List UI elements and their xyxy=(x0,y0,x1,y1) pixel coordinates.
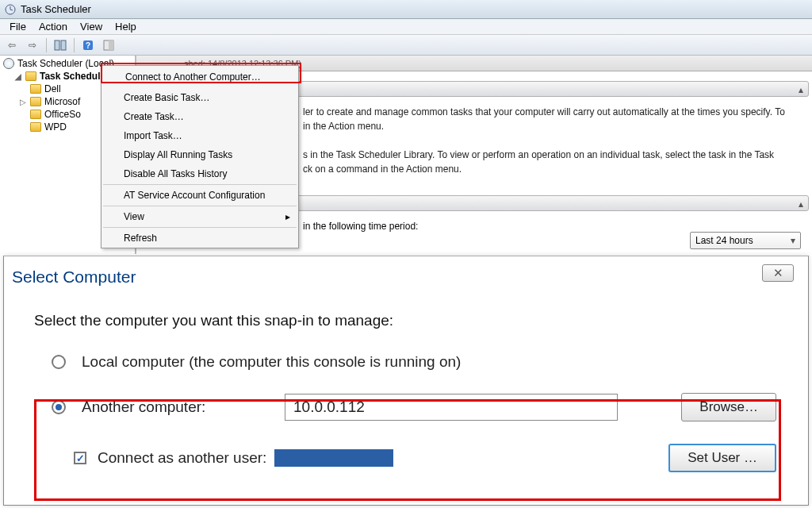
action-menu: Connect to Another Computer… Create Basi… xyxy=(101,65,299,248)
help-button[interactable]: ? xyxy=(79,37,97,53)
radio-another[interactable] xyxy=(52,400,66,414)
tree-item-label: Microsof xyxy=(44,96,80,107)
overview-text: ler to create and manage common tasks th… xyxy=(295,102,812,179)
window-titlebar: Task Scheduler xyxy=(0,0,812,19)
dialog-heading: Select the computer you want this snap-i… xyxy=(34,312,778,329)
folder-icon xyxy=(30,110,41,119)
dialog-title: Select Computer xyxy=(12,267,136,287)
svg-text:?: ? xyxy=(86,41,90,50)
forward-button[interactable]: ⇨ xyxy=(24,37,41,53)
folder-icon xyxy=(30,122,41,132)
menu-view[interactable]: View▸ xyxy=(102,207,298,226)
menu-action[interactable]: Action xyxy=(33,20,74,33)
tree-item-label: WPD xyxy=(44,121,67,133)
back-button[interactable]: ⇦ xyxy=(3,37,21,53)
checkbox-connect-as[interactable] xyxy=(74,452,86,464)
pane-button[interactable] xyxy=(100,37,117,53)
expander-icon[interactable]: ◢ xyxy=(14,72,22,81)
folder-icon xyxy=(30,84,41,94)
tree-root-label: Task Scheduler (Local) xyxy=(17,58,114,69)
separator xyxy=(103,227,297,228)
computer-name-value: 10.0.0.112 xyxy=(293,398,365,416)
menu-create-basic-task[interactable]: Create Basic Task… xyxy=(102,88,298,107)
menu-view[interactable]: View xyxy=(74,20,109,33)
menu-disable-history[interactable]: Disable All Tasks History xyxy=(102,164,298,183)
tree-library-label: Task Schedul xyxy=(40,71,100,82)
svg-rect-1 xyxy=(55,40,59,50)
separator xyxy=(46,38,47,52)
separator xyxy=(103,184,297,185)
menu-file[interactable]: File xyxy=(3,20,33,33)
overview-panel-header[interactable]: ▴ xyxy=(295,81,809,97)
svg-rect-2 xyxy=(61,40,66,50)
menu-import-task[interactable]: Import Task… xyxy=(102,126,298,145)
expander-icon[interactable]: ▷ xyxy=(19,98,27,106)
app-icon xyxy=(5,4,16,15)
menubar: File Action View Help xyxy=(0,19,812,35)
option-local-computer[interactable]: Local computer (the computer this consol… xyxy=(50,352,778,372)
username-redacted xyxy=(274,449,393,467)
period-value: Last 24 hours xyxy=(695,235,753,246)
local-label: Local computer (the computer this consol… xyxy=(82,353,461,371)
close-icon: ✕ xyxy=(773,266,783,280)
menu-refresh[interactable]: Refresh xyxy=(102,229,298,248)
svg-rect-6 xyxy=(109,40,113,50)
collapse-icon: ▴ xyxy=(799,84,803,95)
another-label: Another computer: xyxy=(82,398,272,416)
folder-icon xyxy=(30,97,41,106)
collapse-icon: ▴ xyxy=(799,198,803,210)
separator xyxy=(74,38,75,52)
dialog-body: Select the computer you want this snap-i… xyxy=(34,312,778,493)
toolbar: ⇦ ⇨ ? xyxy=(0,35,812,56)
status-panel-header[interactable]: ▴ xyxy=(295,195,809,211)
folder-icon xyxy=(25,71,36,81)
set-user-button[interactable]: Set User … xyxy=(668,444,776,472)
window-title: Task Scheduler xyxy=(21,3,91,15)
computer-name-input[interactable]: 10.0.0.112 xyxy=(285,394,618,421)
menu-connect-computer[interactable]: Connect to Another Computer… xyxy=(102,66,298,88)
menu-display-running[interactable]: Display All Running Tasks xyxy=(102,145,298,164)
select-computer-dialog: Select Computer ✕ Select the computer yo… xyxy=(3,256,809,506)
tree-item-label: OfficeSo xyxy=(44,109,81,120)
menu-create-task[interactable]: Create Task… xyxy=(102,107,298,126)
scheduler-icon xyxy=(3,58,14,69)
separator xyxy=(103,206,297,206)
period-label: in the following time period: xyxy=(303,221,418,232)
radio-local[interactable] xyxy=(52,355,66,369)
option-connect-as-user[interactable]: Connect as another user: Set User … xyxy=(72,442,778,474)
menu-help[interactable]: Help xyxy=(109,20,143,33)
tree-item-label: Dell xyxy=(44,83,61,94)
panes-button[interactable] xyxy=(52,37,69,53)
dialog-close-button[interactable]: ✕ xyxy=(762,264,794,282)
menu-at-service[interactable]: AT Service Account Configuration xyxy=(102,186,298,205)
period-combo[interactable]: Last 24 hours xyxy=(690,232,801,249)
option-another-computer[interactable]: Another computer: 10.0.0.112 Browse… xyxy=(50,391,778,423)
browse-button[interactable]: Browse… xyxy=(681,393,776,421)
submenu-arrow-icon: ▸ xyxy=(285,211,290,222)
connect-as-label: Connect as another user: xyxy=(98,449,266,467)
